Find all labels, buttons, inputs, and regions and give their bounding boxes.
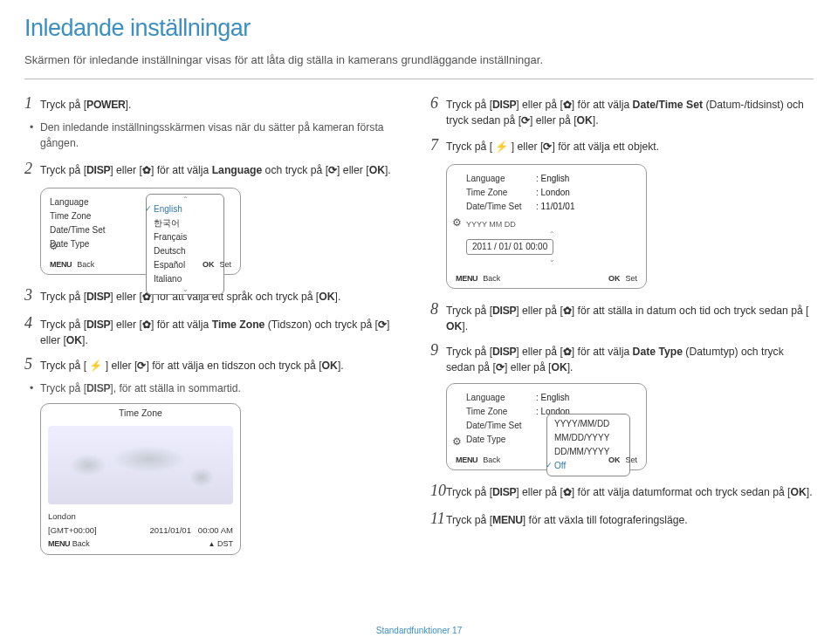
- disp-icon: [86, 162, 110, 178]
- popup-item[interactable]: 한국어: [147, 216, 223, 230]
- val: : English: [536, 173, 569, 185]
- popup-item[interactable]: English: [147, 202, 223, 216]
- step-6: 6 Tryck på [] eller på [✿] för att välja…: [430, 92, 814, 129]
- panel-footer: Back DST: [41, 537, 240, 555]
- timer-icon: ⟳: [496, 360, 505, 375]
- timer-icon: ⟳: [543, 139, 552, 154]
- step-5: 5 Tryck på [ ⚡ ] eller [⟳] för att välja…: [24, 353, 408, 376]
- ok-icon: [369, 162, 385, 178]
- set-label: Set: [625, 273, 637, 284]
- val: : English: [536, 392, 569, 404]
- lbl: Time Zone: [466, 187, 536, 199]
- disp-icon: [86, 289, 110, 305]
- disp-icon: [492, 97, 516, 113]
- row: Date/Time Set: 11/01/01: [466, 200, 637, 214]
- gear-icon: ⚙: [452, 435, 462, 449]
- row: Time Zone: London: [466, 186, 637, 200]
- popup-item[interactable]: YYYY/MM/DD: [547, 417, 629, 431]
- step-text: Tryck på [ ⚡ ] eller [⟳] för att välja e…: [446, 139, 814, 154]
- step-text: Tryck på [] eller på [✿] för att välja D…: [446, 344, 814, 376]
- panel-footer: Back Set: [447, 452, 646, 469]
- t: ] eller på [: [516, 305, 563, 317]
- step-5-bullet: Tryck på [], för att ställa in sommartid…: [24, 380, 408, 396]
- step-num: 11: [430, 507, 446, 531]
- ok-icon: [203, 259, 215, 271]
- page-num: 17: [452, 626, 462, 635]
- time-label: 00:00 AM: [198, 525, 233, 535]
- popup-item[interactable]: Italiano: [147, 272, 223, 286]
- popup-item[interactable]: MM/DD/YYYY: [547, 431, 629, 445]
- step-num: 8: [430, 298, 446, 321]
- step-num: 1: [24, 92, 40, 115]
- t: ].: [385, 164, 391, 176]
- panel-body: ⚙ Language: English Time Zone: London Da…: [447, 165, 646, 288]
- timer-icon: ⟳: [137, 358, 146, 373]
- timer-icon: ⟳: [328, 162, 337, 178]
- t: Tryck på [: [40, 319, 86, 331]
- t: ] för att välja en tidszon och tryck på …: [146, 360, 321, 372]
- menu-icon: [456, 273, 477, 284]
- step-num: 9: [430, 339, 446, 362]
- step-text: Tryck på [] eller på [✿] för att ställa …: [446, 303, 814, 335]
- t: Tryck på [: [40, 360, 89, 372]
- t: Tryck på [: [446, 346, 492, 358]
- ok-icon: [551, 360, 567, 375]
- val: : London: [536, 187, 570, 199]
- ok-icon: [319, 289, 334, 305]
- date-input[interactable]: 2011 / 01/ 01 00:00: [466, 239, 553, 255]
- step-9: 9 Tryck på [] eller på [✿] för att välja…: [430, 339, 814, 376]
- popup-item[interactable]: Français: [147, 230, 223, 244]
- menu-icon: [456, 455, 477, 466]
- t: ].: [593, 114, 599, 127]
- t: Tryck på [: [446, 305, 492, 317]
- page-subtitle: Skärmen för inledande inställningar visa…: [24, 51, 814, 69]
- power-icon: [86, 97, 126, 113]
- t: Tryck på [: [40, 291, 86, 303]
- gmt-label: [GMT+00:00]: [48, 524, 97, 536]
- step-text: Tryck på [] eller på [✿] för att välja D…: [446, 97, 814, 129]
- t: Tryck på [: [40, 382, 86, 394]
- t: ].: [338, 360, 344, 372]
- disp-icon: [492, 484, 516, 500]
- flash-icon: ⚡: [89, 358, 102, 373]
- step-num: 10: [430, 479, 446, 503]
- t: Tryck på [: [446, 140, 495, 153]
- ok-icon: [790, 484, 806, 500]
- disp-icon: [492, 303, 516, 319]
- t: ].: [567, 361, 574, 373]
- t: ] eller på [: [516, 99, 563, 111]
- t: Tryck på [: [40, 99, 86, 111]
- t: ] eller på [: [505, 361, 552, 373]
- ok-icon: [66, 332, 82, 348]
- page-footer: Standardfunktioner 17: [0, 624, 838, 637]
- city-label: London: [48, 510, 76, 522]
- content-columns: 1 Tryck på []. Den inledande inställning…: [24, 92, 814, 564]
- section-label: Standardfunktioner: [376, 626, 450, 635]
- step-num: 2: [24, 157, 40, 181]
- page-number: Standardfunktioner 17: [0, 624, 838, 637]
- t: ] för att välja: [572, 346, 633, 358]
- ok-icon: [577, 113, 593, 128]
- t: ] eller på [: [516, 346, 563, 358]
- t: ].: [335, 291, 341, 303]
- t: ], för att ställa in sommartid.: [110, 382, 241, 394]
- t: ] för att välja: [151, 164, 212, 176]
- t: Tryck på [: [446, 486, 492, 498]
- step-8: 8 Tryck på [] eller på [✿] för att ställ…: [430, 298, 814, 335]
- panel-info: London: [41, 508, 240, 522]
- camera-panel-datetype: ⚙ Language: English Time Zone: London Da…: [446, 383, 647, 470]
- t: ] eller [: [110, 291, 142, 303]
- menu-icon: [48, 538, 70, 550]
- up-icon: [209, 539, 216, 548]
- flower-icon: ✿: [563, 303, 572, 319]
- step-text: Tryck på [ ⚡ ] eller [⟳] för att välja e…: [40, 358, 408, 373]
- step-num: 7: [430, 134, 446, 157]
- lbl: Language: [466, 392, 536, 404]
- t: ] eller [: [110, 164, 142, 176]
- world-map-icon: [48, 426, 233, 504]
- right-column: 6 Tryck på [] eller på [✿] för att välja…: [430, 92, 814, 564]
- flower-icon: ✿: [142, 317, 151, 332]
- lbl: Time Zone: [50, 210, 120, 223]
- step-text: Tryck på [].: [40, 97, 408, 113]
- panel-footer: Back Set: [447, 271, 646, 288]
